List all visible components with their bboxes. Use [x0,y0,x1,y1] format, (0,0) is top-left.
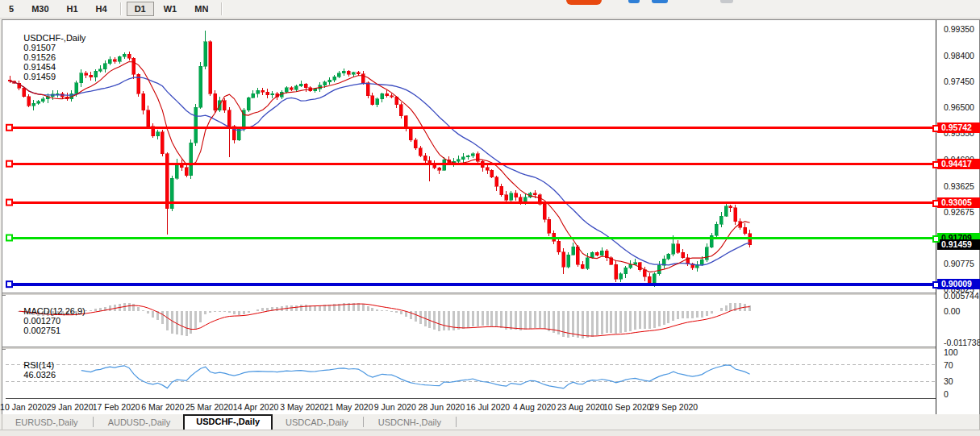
tab-usdcad[interactable]: USDCAD-,Daily [273,416,361,430]
tab-usdcnh[interactable]: USDCNH-,Daily [365,416,454,430]
macd-value: 0.001270 [23,316,60,326]
price-axis-label: 0.99350 [944,24,974,34]
time-axis-label: 17 Feb 2020 [93,402,140,412]
tab-separator [93,417,94,427]
level-axis-handle[interactable] [932,281,940,289]
macd-axis-label: -0.011738 [944,338,980,347]
toolbar-separator [221,2,223,15]
macd-panel[interactable] [6,295,937,347]
macd-name: MACD(12,26,9) [23,306,85,316]
rsi-indicator-label: RSI(14) 46.0326 [9,351,59,389]
ohlc-close-value: 0.91459 [23,72,56,81]
level-axis-handle[interactable] [932,200,940,207]
tab-separator [363,417,364,427]
chart-title: USDCHF-,Daily 0.91507 0.91526 0.91454 0.… [9,23,89,91]
level-handle[interactable] [6,281,12,287]
time-axis-label: 28 Jun 2020 [418,402,465,412]
time-axis-label: 9 Jun 2020 [374,402,416,412]
rsi-name: RSI(14) [23,360,54,370]
price-axis-label: 0.90775 [944,259,974,268]
price-level-badge: 0.95742 [937,122,980,133]
tab-usdchf[interactable]: USDCHF-,Daily [183,414,273,430]
level-handle[interactable] [6,235,12,241]
status-strip [0,430,980,436]
toolbar-separator [120,2,122,15]
macd-indicator-label: MACD(12,26,9) 0.001270 0.002751 [9,297,89,345]
tab-separator [456,417,457,427]
symbol-period-label: USDCHF-,Daily [23,33,85,43]
time-axis-label: 25 Mar 2020 [186,402,233,412]
timeframe-button-m30[interactable]: M30 [23,2,56,16]
level-handle[interactable] [6,200,12,206]
price-axis[interactable]: 0.993500.984000.974500.965000.955500.946… [936,20,978,414]
ohlc-low-value: 0.91454 [23,62,56,72]
price-axis-label: 0.97450 [944,77,974,86]
rsi-axis-label: 0 [944,389,949,399]
logo-fragment-icon [628,0,640,3]
time-axis-label: 6 Mar 2020 [141,402,184,412]
price-axis-label: 0.98400 [944,51,974,60]
chart-window: USDCHF-,Daily 0.91507 0.91526 0.91454 0.… [2,19,980,415]
price-chart-panel[interactable] [6,22,937,293]
timeframe-button-mn[interactable]: MN [186,2,216,16]
time-axis-label: 23 Aug 2020 [557,402,605,412]
time-axis-label: 16 Jul 2020 [466,402,510,412]
time-axis-label: 29 Jan 2020 [47,402,94,412]
tab-eurusd[interactable]: EURUSD-,Daily [2,416,91,430]
price-level-badge: 0.93005 [937,197,980,208]
trading-platform-window: 5M30H1H4D1W1MN USDCHF-,Daily 0.91507 0.9… [0,0,980,436]
ohlc-open-value: 0.91507 [23,43,56,52]
logo-fragment-icon [652,0,668,3]
rsi-panel[interactable] [6,349,937,397]
timeframe-button-5[interactable]: 5 [1,2,22,16]
time-axis-label: 29 Sep 2020 [650,402,699,412]
time-axis-label: 10 Jan 2020 [0,402,47,412]
price-level-badge: 0.94417 [937,159,980,169]
level-axis-handle[interactable] [932,161,940,168]
level-axis-handle[interactable] [932,125,940,132]
timeframe-button-h4[interactable]: H4 [88,2,115,16]
timeframe-toolbar: 5M30H1H4D1W1MN [0,0,980,19]
time-axis-label: 4 Aug 2020 [513,402,556,412]
rsi-axis-label: 70 [944,360,953,370]
tab-audusd[interactable]: AUDUSD-,Daily [95,416,184,430]
time-axis-label: 21 May 2020 [324,402,373,412]
level-handle[interactable] [6,161,12,167]
timeframe-button-d1[interactable]: D1 [127,2,154,16]
time-axis-label: 3 May 2020 [280,402,324,412]
macd-axis-label: 0.005744 [944,291,979,301]
price-axis-label: 0.96500 [944,102,974,112]
time-axis-label: 10 Sep 2020 [603,402,652,412]
rsi-value: 46.0326 [23,370,56,380]
ohlc-high-value: 0.91526 [23,52,56,62]
chart-tabs-bar: EURUSD-,DailyAUDUSD-,DailyUSDCHF-,DailyU… [2,414,980,430]
level-handle[interactable] [6,125,12,131]
macd-axis-label: 0.00 [944,306,960,316]
macd-signal-value: 0.002751 [23,326,60,335]
rsi-axis-label: 100 [944,347,958,357]
rsi-axis-label: 30 [944,376,953,386]
price-axis-label: 0.92675 [944,207,974,217]
level-axis-handle[interactable] [932,235,940,243]
timeframe-button-h1[interactable]: H1 [59,2,86,16]
logo-fragment-icon [720,0,733,3]
price-level-badge: 0.90009 [937,279,980,289]
time-axis-label: 14 Apr 2020 [233,402,279,412]
time-axis[interactable]: 10 Jan 202029 Jan 202017 Feb 20206 Mar 2… [6,398,937,414]
price-axis-label: 0.93625 [944,181,974,191]
timeframe-button-w1[interactable]: W1 [156,2,186,16]
logo-fragment-icon [566,0,602,5]
current-price-badge: 0.91459 [937,239,980,250]
